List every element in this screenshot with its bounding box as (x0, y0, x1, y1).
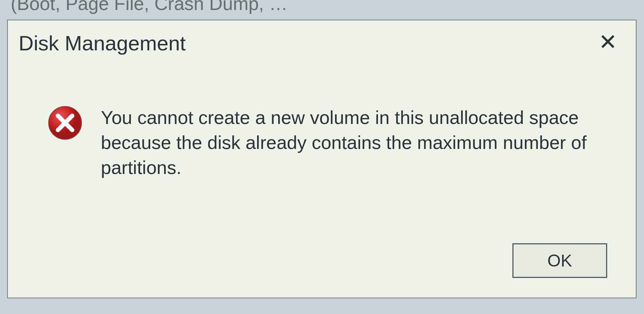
background-partial-text: (Boot, Page File, Crash Dump, … (11, 0, 288, 14)
close-button[interactable]: ✕ (594, 31, 621, 53)
error-dialog: Disk Management ✕ You cannot create a ne… (7, 20, 636, 298)
error-icon (47, 105, 83, 141)
error-message: You cannot create a new volume in this u… (101, 105, 601, 180)
dialog-button-row: OK (512, 243, 607, 278)
dialog-titlebar: Disk Management ✕ (8, 20, 636, 62)
dialog-title: Disk Management (19, 31, 186, 55)
ok-button[interactable]: OK (512, 243, 607, 278)
dialog-content: You cannot create a new volume in this u… (8, 62, 636, 195)
